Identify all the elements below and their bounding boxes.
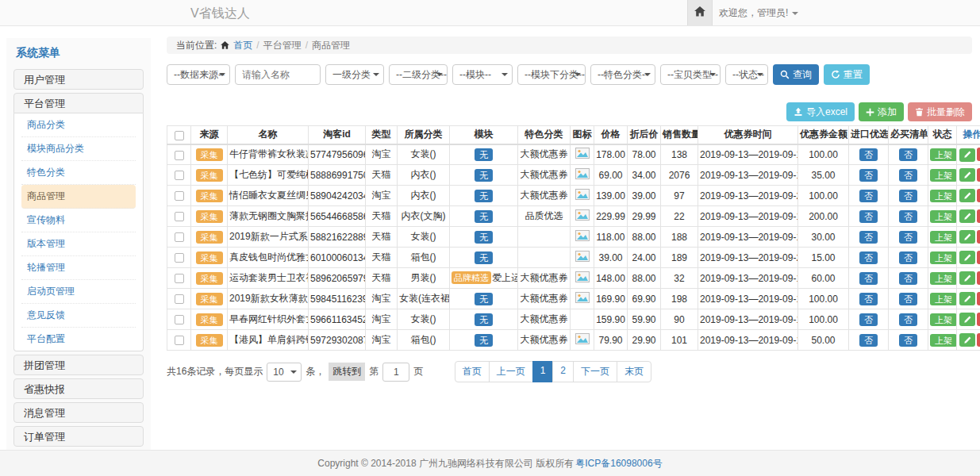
row-checkbox[interactable] xyxy=(175,171,184,180)
user-menu[interactable]: 欢迎您，管理员! xyxy=(719,0,798,26)
sidebar-item[interactable]: 平台配置 xyxy=(21,328,136,351)
status-badge[interactable]: 上架 xyxy=(930,231,957,244)
status-badge[interactable]: 上架 xyxy=(930,169,957,182)
filter-select[interactable]: --模块下分类-- xyxy=(517,64,586,85)
select-all-checkbox[interactable] xyxy=(175,131,184,140)
status-badge[interactable]: 上架 xyxy=(930,148,957,161)
row-checkbox[interactable] xyxy=(175,232,184,242)
edit-button[interactable] xyxy=(959,271,975,285)
status-badge[interactable]: 上架 xyxy=(930,190,957,202)
import-pick-badge[interactable]: 否 xyxy=(859,293,878,305)
row-checkbox[interactable] xyxy=(175,336,184,345)
import-pick-badge[interactable]: 否 xyxy=(859,334,878,347)
delete-button[interactable] xyxy=(977,271,980,285)
delete-button[interactable] xyxy=(977,209,980,223)
must-buy-badge[interactable]: 否 xyxy=(899,334,917,347)
delete-button[interactable] xyxy=(977,168,980,182)
must-buy-badge[interactable]: 否 xyxy=(899,293,917,305)
status-badge[interactable]: 上架 xyxy=(930,334,957,347)
import-pick-badge[interactable]: 否 xyxy=(859,169,878,182)
delete-button[interactable] xyxy=(977,189,980,202)
edit-button[interactable] xyxy=(959,148,975,162)
page-button[interactable]: 下一页 xyxy=(573,361,617,382)
row-checkbox[interactable] xyxy=(175,191,184,201)
must-buy-badge[interactable]: 否 xyxy=(899,313,917,326)
row-checkbox[interactable] xyxy=(175,212,184,221)
sidebar-item[interactable]: 轮播管理 xyxy=(21,256,136,280)
import-pick-badge[interactable]: 否 xyxy=(859,190,878,202)
page-button[interactable]: 上一页 xyxy=(489,361,533,382)
edit-button[interactable] xyxy=(959,230,975,244)
import-pick-badge[interactable]: 否 xyxy=(859,231,878,244)
must-buy-badge[interactable]: 否 xyxy=(899,251,917,264)
status-badge[interactable]: 上架 xyxy=(930,210,957,223)
must-buy-badge[interactable]: 否 xyxy=(899,148,917,161)
sidebar-item[interactable]: 版本管理 xyxy=(21,232,136,256)
delete-button[interactable] xyxy=(977,148,980,161)
must-buy-badge[interactable]: 否 xyxy=(899,210,917,223)
filter-select[interactable]: --数据来源-- xyxy=(167,64,230,85)
sidebar-group[interactable]: 消息管理 xyxy=(13,402,144,423)
per-page-select[interactable]: 10 xyxy=(267,363,302,382)
import-pick-badge[interactable]: 否 xyxy=(859,210,878,223)
status-badge[interactable]: 上架 xyxy=(930,293,957,305)
sidebar-item[interactable]: 意见反馈 xyxy=(21,304,136,328)
search-button[interactable]: 查询 xyxy=(773,64,819,85)
reset-button[interactable]: 重置 xyxy=(824,64,870,85)
edit-button[interactable] xyxy=(959,209,975,223)
page-button[interactable]: 2 xyxy=(552,361,574,382)
status-badge[interactable]: 上架 xyxy=(930,251,957,264)
page-button[interactable]: 首页 xyxy=(455,361,490,382)
page-number-input[interactable] xyxy=(382,363,409,382)
filter-select[interactable]: 一级分类 xyxy=(325,64,384,85)
delete-button[interactable] xyxy=(977,292,980,305)
status-badge[interactable]: 上架 xyxy=(930,272,957,285)
sidebar-item[interactable]: 启动页管理 xyxy=(21,280,136,304)
sidebar-item[interactable]: 模块商品分类 xyxy=(21,137,136,161)
add-button[interactable]: 添加 xyxy=(859,102,904,121)
sidebar-item[interactable]: 宣传物料 xyxy=(21,209,136,232)
edit-button[interactable] xyxy=(959,189,975,202)
page-button[interactable]: 末页 xyxy=(617,361,651,382)
delete-button[interactable] xyxy=(977,230,980,244)
name-filter-input[interactable] xyxy=(235,64,321,85)
sidebar-group[interactable]: 订单管理 xyxy=(13,426,144,447)
filter-select[interactable]: --状态-- xyxy=(725,64,768,85)
row-checkbox[interactable] xyxy=(175,253,184,263)
sidebar-item[interactable]: 特色分类 xyxy=(21,161,136,185)
import-excel-button[interactable]: 导入excel xyxy=(786,102,855,121)
row-checkbox[interactable] xyxy=(175,274,184,283)
filter-select[interactable]: --特色分类-- xyxy=(590,64,655,85)
edit-button[interactable] xyxy=(959,168,975,182)
breadcrumb-home-link[interactable]: 首页 xyxy=(233,39,252,52)
delete-button[interactable] xyxy=(977,251,980,264)
must-buy-badge[interactable]: 否 xyxy=(899,190,917,202)
sidebar-group[interactable]: 平台管理 xyxy=(13,93,144,113)
sidebar-group[interactable]: 拼团管理 xyxy=(13,355,144,375)
delete-button[interactable] xyxy=(977,313,980,326)
filter-select[interactable]: --模块-- xyxy=(452,64,513,85)
edit-button[interactable] xyxy=(959,313,975,326)
sidebar-item[interactable]: 商品分类 xyxy=(21,113,136,137)
row-checkbox[interactable] xyxy=(175,315,184,324)
jump-button[interactable]: 跳转到 xyxy=(329,363,365,381)
status-badge[interactable]: 上架 xyxy=(930,313,957,326)
import-pick-badge[interactable]: 否 xyxy=(859,272,878,285)
row-checkbox[interactable] xyxy=(175,151,184,160)
import-pick-badge[interactable]: 否 xyxy=(859,251,878,264)
import-pick-badge[interactable]: 否 xyxy=(859,313,878,326)
page-button[interactable]: 1 xyxy=(532,361,554,382)
batch-delete-button[interactable]: 批量删除 xyxy=(908,102,972,121)
icp-link[interactable]: 粤ICP备16098006号 xyxy=(575,457,662,470)
edit-button[interactable] xyxy=(959,251,975,264)
sidebar-group[interactable]: 省惠快报 xyxy=(13,378,144,399)
import-pick-badge[interactable]: 否 xyxy=(859,148,878,161)
edit-button[interactable] xyxy=(959,333,975,347)
nav-home-button[interactable] xyxy=(687,0,713,25)
filter-select[interactable]: --宝贝类型-- xyxy=(660,64,721,85)
edit-button[interactable] xyxy=(959,292,975,305)
must-buy-badge[interactable]: 否 xyxy=(899,272,917,285)
sidebar-item[interactable]: 商品管理 xyxy=(21,185,136,209)
filter-select[interactable]: --二级分类-- xyxy=(389,64,448,85)
must-buy-badge[interactable]: 否 xyxy=(899,231,917,244)
